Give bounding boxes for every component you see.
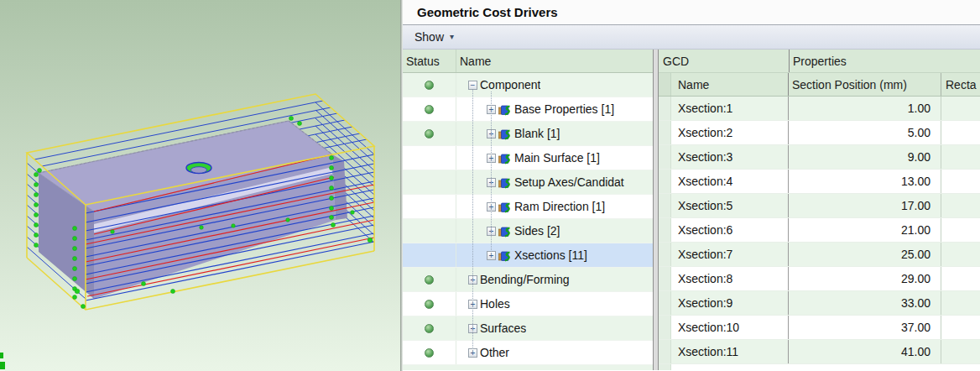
recta-cell (941, 121, 980, 144)
tree-row[interactable]: +Setup Axes/Candidat (403, 170, 653, 195)
tree-row[interactable]: +Holes (403, 292, 653, 316)
table-row[interactable]: Xsection:39.00 (659, 145, 980, 170)
pane-splitter[interactable] (653, 50, 659, 370)
app-window: Geometric Cost Drivers Show ▾ Status Nam… (0, 0, 980, 371)
tree-item-label: Sides [2] (514, 224, 560, 238)
recta-cell (941, 340, 980, 363)
gcd-name-cell: Xsection:9 (671, 291, 789, 315)
row-header-strip (659, 145, 671, 169)
column-header-gcd-name[interactable]: Name (671, 73, 789, 96)
tree-item-label: Main Surface [1] (514, 151, 600, 165)
tree-row[interactable]: +Other (403, 341, 653, 365)
status-cell (403, 219, 456, 243)
table-row[interactable]: Xsection:1141.00 (659, 340, 980, 364)
3d-viewport[interactable] (0, 0, 400, 371)
panel-content: Status Name −Component+Base Properties [… (403, 50, 980, 370)
tree-row[interactable]: +Base Properties [1] (403, 97, 653, 122)
tree-item-label: Other (480, 346, 509, 359)
tree-header: Status Name (403, 50, 653, 73)
tree-item-label: Component (480, 78, 540, 91)
tree-item[interactable]: +Blank [1] (456, 122, 653, 145)
section-position-cell: 21.00 (789, 218, 941, 242)
tree-item[interactable]: +Xsections [11] (456, 243, 653, 267)
row-header-strip (659, 267, 671, 290)
gcd-node-icon (498, 153, 511, 164)
section-position-cell: 17.00 (789, 194, 941, 217)
column-header-status[interactable]: Status (403, 50, 456, 72)
table-row[interactable]: Xsection:933.00 (659, 291, 980, 316)
recta-cell (941, 97, 980, 120)
table-row[interactable]: Xsection:829.00 (659, 267, 980, 291)
tree-row[interactable]: +Ram Direction [1] (403, 195, 653, 219)
panel-title: Geometric Cost Drivers (417, 5, 558, 19)
table-row[interactable]: Xsection:621.00 (659, 218, 980, 243)
tree-item[interactable]: +Main Surface [1] (456, 146, 653, 170)
hole-feature (186, 163, 211, 174)
status-cell (403, 292, 456, 316)
status-cell (403, 243, 456, 267)
tree-item[interactable]: +Other (456, 341, 653, 364)
table-row[interactable]: Xsection:725.00 (659, 243, 980, 267)
row-header-strip (659, 73, 671, 96)
recta-cell (941, 194, 980, 217)
tree-item[interactable]: +Base Properties [1] (456, 97, 653, 121)
tree-row[interactable]: −Component (403, 73, 653, 97)
tree-row[interactable]: +Xsections [11] (403, 243, 653, 268)
gcd-name-cell: Xsection:4 (671, 170, 789, 193)
table-row[interactable]: Xsection:517.00 (659, 194, 980, 218)
status-cell (403, 316, 456, 340)
gcd-name-cell: Xsection:5 (671, 194, 789, 217)
table-row[interactable]: Xsection:1037.00 (659, 316, 980, 340)
status-ok-dot (425, 275, 434, 285)
tree-row[interactable]: +Bending/Forming (403, 268, 653, 292)
status-cell (403, 341, 456, 364)
tree-item[interactable]: +Surfaces (456, 316, 653, 340)
table-row[interactable]: Xsection:11.00 (659, 97, 980, 121)
gcd-properties-table: GCD Properties Name Section Position (mm… (659, 50, 980, 370)
tree-item-label: Bending/Forming (480, 273, 570, 286)
section-position-cell: 13.00 (789, 170, 941, 193)
section-position-cell: 9.00 (789, 145, 941, 169)
column-header-recta[interactable]: Recta (941, 73, 980, 96)
tree-item-label: Ram Direction [1] (514, 200, 605, 213)
show-dropdown-button[interactable]: Show ▾ (409, 29, 459, 45)
column-header-section-position[interactable]: Section Position (mm) (789, 73, 941, 96)
tree-row[interactable]: +Blank [1] (403, 122, 653, 146)
section-position-cell: 25.00 (789, 243, 941, 266)
tree-item[interactable]: +Holes (456, 292, 653, 316)
status-ok-dot (425, 81, 434, 90)
gcd-name-cell: Xsection:6 (671, 218, 789, 242)
tree-body: −Component+Base Properties [1]+Blank [1]… (403, 73, 653, 365)
tree-item[interactable]: +Ram Direction [1] (456, 195, 653, 218)
gcd-node-icon (498, 201, 511, 212)
section-position-cell: 37.00 (789, 316, 941, 339)
tree-item[interactable]: +Setup Axes/Candidat (456, 170, 653, 194)
column-header-name[interactable]: Name (456, 50, 653, 72)
tree-item[interactable]: +Bending/Forming (456, 268, 653, 291)
section-position-cell: 41.00 (789, 340, 941, 363)
status-cell (403, 73, 456, 97)
gcd-name-cell: Xsection:10 (671, 316, 789, 339)
gcd-name-cell: Xsection:8 (671, 267, 789, 290)
tree-item-label: Base Properties [1] (514, 102, 614, 116)
section-position-cell: 29.00 (789, 267, 941, 290)
table-row[interactable]: Xsection:413.00 (659, 170, 980, 194)
tree-item-label: Holes (480, 297, 510, 311)
table-filler-row (659, 364, 980, 370)
tree-item-label: Blank [1] (514, 127, 560, 140)
gcd-node-icon (498, 226, 511, 237)
show-label: Show (414, 30, 444, 44)
tree-item[interactable]: +Sides [2] (456, 219, 653, 243)
row-header-strip (659, 97, 671, 120)
tree-row[interactable]: +Surfaces (403, 316, 653, 341)
tree-item[interactable]: −Component (456, 73, 653, 97)
status-ok-dot (425, 105, 434, 114)
tree-item-label: Setup Axes/Candidat (514, 175, 624, 189)
table-row[interactable]: Xsection:25.00 (659, 121, 980, 145)
gcd-tree: Status Name −Component+Base Properties [… (403, 50, 653, 370)
collapse-box-icon[interactable]: − (468, 81, 477, 90)
recta-cell (941, 243, 980, 266)
tree-row[interactable]: +Main Surface [1] (403, 146, 653, 170)
tree-row[interactable]: +Sides [2] (403, 219, 653, 243)
gcd-name-cell: Xsection:2 (671, 121, 789, 144)
